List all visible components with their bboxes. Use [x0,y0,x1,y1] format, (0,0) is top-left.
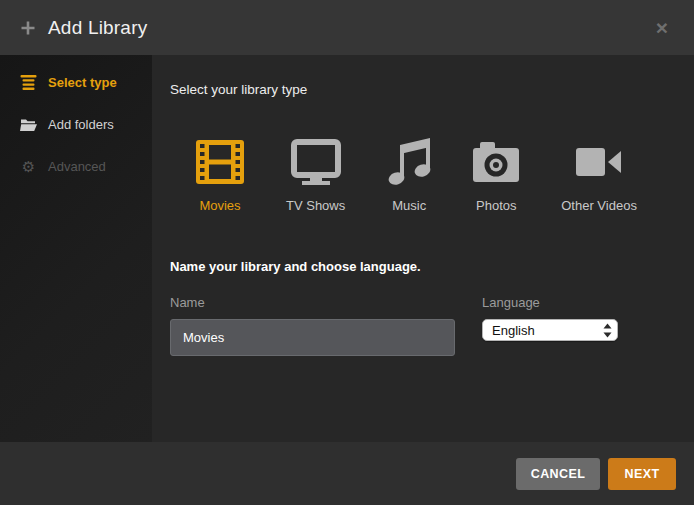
camera-icon [473,137,519,187]
dialog-body: Select type Add folders ⚙ Advanced [0,55,694,442]
dialog-footer: CANCEL NEXT [0,442,694,505]
library-type-photos[interactable]: Photos [473,137,519,213]
library-types-row: Movies TV Shows [196,137,676,213]
add-library-dialog: Add Library × Select type [0,0,694,505]
library-type-label: Music [392,198,426,213]
name-section-title: Name your library and choose language. [170,259,676,274]
library-type-tv-shows[interactable]: TV Shows [286,137,345,213]
language-select-value: English [492,323,603,338]
sidebar-item-label: Add folders [48,117,114,132]
sidebar: Select type Add folders ⚙ Advanced [0,55,152,442]
library-type-label: Photos [476,198,516,213]
sidebar-item-select-type[interactable]: Select type [0,61,152,103]
library-name-input[interactable] [170,319,455,356]
library-type-label: Movies [199,198,240,213]
sidebar-item-label: Select type [48,75,117,90]
sidebar-item-add-folders[interactable]: Add folders [0,103,152,145]
library-type-music[interactable]: Music [387,137,431,213]
video-camera-icon [576,137,622,187]
library-type-movies[interactable]: Movies [196,137,244,213]
close-icon[interactable]: × [652,15,672,40]
gear-icon: ⚙ [20,158,37,175]
select-type-lines-icon [20,74,37,91]
name-field-label: Name [170,295,455,310]
language-field-block: Language English [482,295,622,356]
language-select[interactable]: English [482,319,618,341]
library-type-label: Other Videos [561,198,637,213]
library-type-other-videos[interactable]: Other Videos [561,137,637,213]
music-note-icon [387,137,431,187]
film-strip-icon [196,137,244,187]
select-arrows-icon [603,323,612,338]
next-button[interactable]: NEXT [608,458,676,490]
sidebar-item-label: Advanced [48,159,106,174]
main-content: Select your library type [152,55,694,442]
fields-row: Name Language English [170,295,676,356]
tv-monitor-icon [291,137,341,187]
name-field-block: Name [170,295,455,356]
sidebar-item-advanced[interactable]: ⚙ Advanced [0,145,152,187]
dialog-title: Add Library [48,17,147,39]
open-folder-icon [20,116,37,133]
library-type-label: TV Shows [286,198,345,213]
plus-icon [20,20,36,36]
language-field-label: Language [482,295,622,310]
section-title: Select your library type [170,82,676,97]
dialog-header: Add Library × [0,0,694,55]
cancel-button[interactable]: CANCEL [516,458,600,490]
